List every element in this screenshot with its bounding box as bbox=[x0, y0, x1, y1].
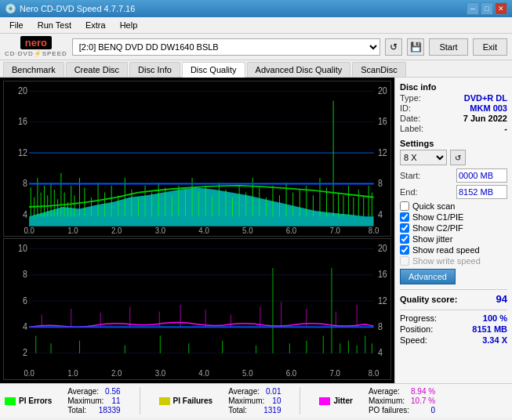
menu-file[interactable]: File bbox=[3, 19, 30, 31]
show-read-label: Show read speed bbox=[412, 245, 480, 255]
svg-text:3.0: 3.0 bbox=[155, 369, 166, 378]
tab-disc-quality[interactable]: Disc Quality bbox=[182, 62, 245, 78]
pi-failures-avg-value: 0.01 bbox=[266, 387, 281, 396]
pi-failures-stats: Average: 0.01 Maximum: 10 Total: 1319 bbox=[228, 387, 281, 415]
upper-chart-svg: 20 16 12 8 4 20 16 12 8 4 0.0 1.0 2.0 3.… bbox=[4, 81, 390, 236]
tab-bar: Benchmark Create Disc Disc Info Disc Qua… bbox=[0, 60, 512, 78]
svg-text:8: 8 bbox=[23, 270, 27, 280]
quality-score-value: 94 bbox=[496, 293, 507, 305]
disc-id-row: ID: MKM 003 bbox=[400, 103, 507, 113]
speed-value: 3.34 X bbox=[482, 335, 507, 345]
menu-help[interactable]: Help bbox=[114, 19, 144, 31]
advanced-button[interactable]: Advanced bbox=[400, 269, 456, 284]
refresh-icon[interactable]: ↺ bbox=[385, 38, 402, 56]
disc-type-value: DVD+R DL bbox=[464, 93, 507, 103]
speed-row: Speed: 3.34 X bbox=[400, 335, 507, 345]
svg-text:6.0: 6.0 bbox=[286, 369, 297, 378]
drive-select[interactable]: [2:0] BENQ DVD DD DW1640 BSLB bbox=[72, 38, 381, 56]
show-write-row: Show write speed bbox=[400, 256, 507, 266]
svg-text:7.0: 7.0 bbox=[330, 226, 341, 236]
end-input[interactable] bbox=[456, 185, 507, 199]
pi-failures-max-value: 10 bbox=[272, 396, 281, 405]
show-read-checkbox[interactable] bbox=[400, 245, 409, 255]
end-range-row: End: bbox=[400, 185, 507, 199]
start-range-row: Start: bbox=[400, 168, 507, 183]
tab-create-disc[interactable]: Create Disc bbox=[66, 62, 128, 77]
show-write-checkbox[interactable] bbox=[400, 256, 409, 266]
start-button[interactable]: Start bbox=[429, 38, 467, 56]
refresh-button[interactable]: ↺ bbox=[450, 150, 466, 165]
svg-text:6.0: 6.0 bbox=[286, 226, 297, 236]
pi-failures-title: PI Failures bbox=[173, 396, 213, 405]
svg-text:12: 12 bbox=[18, 147, 27, 158]
save-icon[interactable]: 💾 bbox=[407, 38, 424, 56]
menu-extra[interactable]: Extra bbox=[79, 19, 112, 31]
svg-text:8.0: 8.0 bbox=[369, 226, 379, 236]
window-title: Nero CD-DVD Speed 4.7.7.16 bbox=[20, 4, 135, 13]
svg-text:2.0: 2.0 bbox=[111, 369, 122, 378]
svg-text:16: 16 bbox=[378, 117, 387, 127]
svg-text:2.0: 2.0 bbox=[111, 226, 122, 236]
pi-failures-legend: PI Failures bbox=[159, 387, 213, 415]
svg-text:4.0: 4.0 bbox=[198, 226, 209, 236]
exit-button[interactable]: Exit bbox=[473, 38, 507, 56]
svg-text:8: 8 bbox=[23, 179, 27, 189]
tab-disc-info[interactable]: Disc Info bbox=[129, 62, 180, 77]
pi-errors-stats: Average: 0.56 Maximum: 11 Total: 18339 bbox=[67, 387, 120, 415]
title-bar-left: 💿 Nero CD-DVD Speed 4.7.7.16 bbox=[5, 3, 135, 14]
speed-select[interactable]: 8 X bbox=[400, 150, 447, 165]
svg-text:4.0: 4.0 bbox=[198, 369, 209, 378]
disc-type-row: Type: DVD+R DL bbox=[400, 93, 507, 103]
show-c1pie-checkbox[interactable] bbox=[400, 212, 409, 222]
jitter-avg-label: Average: bbox=[369, 387, 400, 396]
disc-info-title: Disc info bbox=[400, 82, 507, 92]
svg-text:7.0: 7.0 bbox=[330, 369, 341, 378]
minimize-button[interactable]: ─ bbox=[467, 2, 479, 15]
show-read-row: Show read speed bbox=[400, 245, 507, 255]
pi-errors-title: PI Errors bbox=[19, 396, 52, 405]
pi-errors-max: Maximum: 11 bbox=[67, 396, 120, 405]
separator-2 bbox=[300, 387, 300, 415]
quality-score-section: Quality score: 94 bbox=[400, 289, 507, 305]
tab-benchmark[interactable]: Benchmark bbox=[3, 62, 64, 77]
pi-errors-avg: Average: 0.56 bbox=[67, 387, 120, 396]
tab-scandisc[interactable]: ScanDisc bbox=[352, 62, 405, 77]
pi-failures-total-value: 1319 bbox=[263, 406, 281, 415]
upper-chart: 20 16 12 8 4 20 16 12 8 4 0.0 1.0 2.0 3.… bbox=[3, 81, 391, 237]
po-failures: PO failures: 0 bbox=[369, 406, 435, 415]
pi-failures-avg: Average: 0.01 bbox=[228, 387, 281, 396]
close-button[interactable]: ✕ bbox=[495, 2, 507, 15]
pi-failures-max: Maximum: 10 bbox=[228, 396, 281, 405]
end-label: End: bbox=[400, 187, 418, 197]
show-c1pie-row: Show C1/PIE bbox=[400, 212, 507, 222]
settings-title: Settings bbox=[400, 139, 507, 148]
svg-text:0.0: 0.0 bbox=[24, 369, 34, 378]
disc-label-value: - bbox=[504, 124, 507, 133]
show-c2pif-checkbox[interactable] bbox=[400, 223, 409, 233]
pi-failures-color bbox=[159, 397, 170, 405]
lower-chart: 10 8 6 4 2 20 16 12 8 4 0.0 1.0 2.0 3.0 … bbox=[3, 238, 391, 380]
jitter-max-label: Maximum: bbox=[369, 396, 405, 405]
show-jitter-label: Show jitter bbox=[412, 234, 452, 244]
menu-bar: File Run Test Extra Help bbox=[0, 17, 512, 34]
pi-errors-total: Total: 18339 bbox=[67, 406, 120, 415]
show-c2pif-row: Show C2/PIF bbox=[400, 223, 507, 233]
progress-value: 100 % bbox=[483, 313, 507, 323]
svg-text:5.0: 5.0 bbox=[242, 226, 253, 236]
maximize-button[interactable]: □ bbox=[481, 2, 493, 15]
show-jitter-checkbox[interactable] bbox=[400, 234, 409, 244]
svg-text:0.0: 0.0 bbox=[24, 226, 34, 236]
disc-date-row: Date: 7 Jun 2022 bbox=[400, 114, 507, 123]
show-c1pie-label: Show C1/PIE bbox=[412, 212, 463, 222]
svg-text:16: 16 bbox=[18, 117, 27, 127]
pi-errors-avg-value: 0.56 bbox=[105, 387, 120, 396]
start-input[interactable] bbox=[456, 168, 507, 183]
pi-errors-max-label: Maximum: bbox=[67, 396, 103, 405]
tab-advanced-disc-quality[interactable]: Advanced Disc Quality bbox=[247, 62, 351, 77]
jitter-avg-value: 8.94 % bbox=[411, 387, 435, 396]
menu-run-test[interactable]: Run Test bbox=[31, 19, 78, 31]
svg-text:2: 2 bbox=[23, 348, 27, 358]
quick-scan-checkbox[interactable] bbox=[400, 201, 409, 211]
disc-label-label: Label: bbox=[400, 124, 423, 133]
title-bar: 💿 Nero CD-DVD Speed 4.7.7.16 ─ □ ✕ bbox=[0, 0, 512, 17]
